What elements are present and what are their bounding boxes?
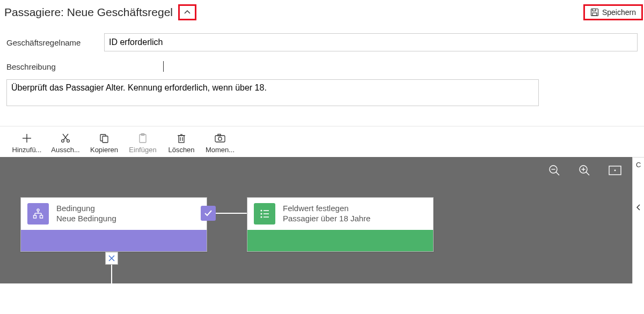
zoom-in-icon[interactable] [579, 165, 590, 176]
page-title: Passagiere: Neue Geschäftsregel [4, 6, 173, 19]
header-left: Passagiere: Neue Geschäftsregel [4, 4, 196, 20]
node-head: Bedingung Neue Bedingung [21, 198, 207, 230]
svg-point-41 [260, 216, 262, 218]
true-branch-badge[interactable] [201, 206, 216, 221]
add-label: Hinzufü... [12, 146, 42, 154]
node-title: Bedingung [56, 204, 116, 214]
svg-rect-13 [179, 136, 184, 143]
designer-canvas[interactable]: Bedingung Neue Bedingung Feldwert festle… [0, 157, 632, 283]
svg-point-37 [260, 210, 262, 211]
properties-panel-collapsed[interactable]: C [632, 157, 644, 283]
desc-label: Beschreibung [6, 62, 104, 71]
svg-rect-10 [103, 136, 108, 143]
condition-icon [27, 203, 49, 225]
fit-screen-icon[interactable] [609, 166, 621, 175]
canvas-wrap: Bedingung Neue Bedingung Feldwert festle… [0, 157, 644, 283]
panel-hint: C [636, 161, 641, 169]
copy-button[interactable]: Kopieren [85, 132, 123, 154]
save-icon [590, 8, 599, 17]
name-row: Geschäftsregelname [6, 33, 638, 51]
desc-label-row: Beschreibung [6, 61, 638, 72]
svg-point-30 [37, 209, 39, 211]
svg-point-6 [67, 140, 70, 143]
snapshot-button[interactable]: Momen... [201, 132, 239, 154]
save-label: Speichern [602, 8, 636, 17]
check-icon [203, 208, 213, 218]
scissors-icon [60, 133, 71, 144]
save-button[interactable]: Speichern [583, 4, 643, 20]
chevron-up-icon [184, 9, 191, 16]
node-subtitle: Neue Bedingung [56, 214, 116, 224]
svg-line-22 [556, 172, 559, 175]
node-title: Feldwert festlegen [283, 204, 370, 214]
collapse-button[interactable] [178, 4, 196, 20]
condition-node[interactable]: Bedingung Neue Bedingung [20, 197, 207, 252]
plus-icon [21, 133, 32, 144]
text-caret-icon [163, 61, 164, 72]
svg-rect-2 [592, 13, 597, 16]
delete-button[interactable]: Löschen [162, 132, 201, 154]
node-head: Feldwert festlegen Passagier über 18 Jah… [247, 198, 433, 230]
svg-rect-11 [140, 134, 146, 143]
header: Passagiere: Neue Geschäftsregel Speicher… [0, 0, 644, 20]
false-branch-line [111, 265, 112, 283]
condition-bar [21, 230, 207, 251]
node-text: Bedingung Neue Bedingung [56, 204, 116, 224]
false-branch-port[interactable] [105, 252, 118, 265]
svg-point-19 [218, 137, 222, 140]
svg-point-5 [62, 140, 64, 143]
copy-label: Kopieren [90, 146, 118, 154]
svg-rect-20 [218, 134, 221, 136]
form-area: Geschäftsregelname Beschreibung [0, 20, 644, 126]
set-field-icon [254, 203, 275, 225]
zoom-out-icon[interactable] [548, 165, 560, 176]
action-node[interactable]: Feldwert festlegen Passagier über 18 Jah… [247, 197, 434, 252]
paste-label: Einfügen [129, 146, 156, 154]
svg-point-39 [260, 213, 262, 214]
x-icon [108, 255, 115, 262]
svg-point-29 [614, 170, 616, 171]
toolbar: Hinzufü... Aussch... Kopieren Einfügen L… [0, 126, 644, 157]
camera-icon [214, 133, 226, 144]
delete-label: Löschen [168, 146, 194, 154]
svg-line-25 [586, 172, 589, 175]
name-input[interactable] [104, 33, 638, 51]
chevron-left-icon[interactable] [635, 204, 642, 211]
node-text: Feldwert festlegen Passagier über 18 Jah… [283, 204, 370, 224]
cut-button[interactable]: Aussch... [46, 132, 85, 154]
svg-rect-1 [592, 9, 596, 11]
paste-icon [137, 133, 148, 144]
node-subtitle: Passagier über 18 Jahre [283, 214, 370, 224]
desc-input[interactable] [6, 79, 539, 106]
copy-icon [99, 133, 109, 144]
action-bar [247, 230, 433, 251]
trash-icon [176, 133, 187, 144]
svg-line-8 [63, 134, 68, 140]
add-button[interactable]: Hinzufü... [8, 132, 46, 154]
svg-rect-36 [40, 215, 43, 218]
svg-line-7 [64, 134, 69, 140]
canvas-tools [548, 165, 621, 176]
snapshot-label: Momen... [206, 146, 235, 154]
cut-label: Aussch... [51, 146, 79, 154]
paste-button: Einfügen [123, 132, 162, 154]
svg-rect-35 [34, 215, 36, 218]
svg-rect-18 [215, 136, 225, 142]
name-label: Geschäftsregelname [6, 38, 104, 47]
